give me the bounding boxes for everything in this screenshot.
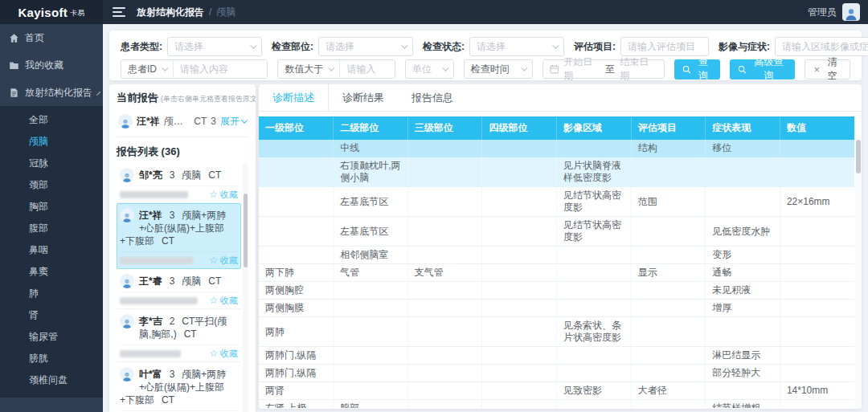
table-cell[interactable]	[557, 264, 632, 282]
table-cell[interactable]	[334, 365, 408, 382]
table-cell[interactable]: 见片状脑脊液样低密度影	[557, 157, 632, 187]
expand-toggle[interactable]: 展开	[220, 115, 247, 128]
table-cell[interactable]	[557, 247, 632, 264]
table-cell[interactable]	[482, 300, 557, 317]
table-cell[interactable]: 右顶颞枕叶,两侧小脑	[334, 157, 408, 187]
table-cell[interactable]: 结节样增粗	[706, 400, 780, 409]
table-cell[interactable]	[482, 264, 557, 282]
table-cell[interactable]	[780, 347, 854, 365]
clear-button[interactable]: × 清空	[805, 59, 850, 80]
table-cell[interactable]: 中线	[334, 140, 408, 157]
table-cell[interactable]	[557, 365, 632, 382]
table-cell[interactable]	[631, 300, 706, 317]
unit-select[interactable]: 单位	[405, 59, 454, 79]
table-cell[interactable]: 两肺	[259, 317, 334, 347]
table-cell[interactable]	[706, 157, 780, 187]
table-cell[interactable]: 通畅	[706, 264, 780, 282]
breadcrumb-root[interactable]: 放射结构化报告	[137, 6, 204, 19]
table-cell[interactable]	[557, 300, 632, 317]
table-cell[interactable]	[631, 317, 706, 347]
table-cell[interactable]: 未见积液	[706, 282, 780, 300]
sidebar-subitem[interactable]: 鼻咽	[0, 239, 103, 261]
table-cell[interactable]: 见致密影	[557, 382, 632, 400]
table-cell[interactable]	[631, 400, 706, 409]
sidebar-subitem[interactable]: 肾	[0, 304, 103, 326]
table-cell[interactable]	[407, 187, 482, 217]
table-cell[interactable]	[334, 382, 408, 400]
table-cell[interactable]	[631, 247, 706, 264]
table-cell[interactable]	[259, 187, 334, 217]
table-cell[interactable]	[407, 140, 482, 157]
sidebar-subitem[interactable]: 腹部	[0, 218, 103, 239]
table-cell[interactable]: 结构	[631, 140, 706, 157]
table-cell[interactable]	[482, 382, 557, 400]
table-cell[interactable]	[780, 282, 854, 300]
sidebar-subitem[interactable]: 冠脉	[0, 153, 103, 174]
table-cell[interactable]: 变形	[706, 247, 780, 264]
sidebar-subitem[interactable]: 全部	[0, 109, 103, 131]
table-cell[interactable]: 见条索状、条片状高密度影	[557, 317, 632, 347]
table-cell[interactable]	[259, 217, 334, 247]
table-cell[interactable]: 两侧胸膜	[259, 300, 334, 317]
table-cell[interactable]	[482, 317, 557, 347]
favorite-button[interactable]: ☆收藏	[209, 348, 238, 360]
sidebar-subitem[interactable]: 输尿管	[0, 326, 103, 348]
table-cell[interactable]	[482, 247, 557, 264]
table-cell[interactable]: 见结节状高密度影	[557, 217, 632, 247]
table-cell[interactable]: 淋巴结显示	[706, 347, 780, 365]
table-cell[interactable]: 大者径	[631, 382, 706, 400]
table-cell[interactable]: 两肺门,纵隔	[259, 365, 334, 382]
table-cell[interactable]	[557, 140, 632, 157]
search-button[interactable]: 查询	[674, 59, 721, 80]
table-cell[interactable]	[631, 157, 706, 187]
patient-id-select[interactable]: 患者ID	[121, 60, 174, 78]
report-list-item[interactable]: 汪*祥3颅脑+两肺+心脏(纵隔)+上腹部+下腹部CT☆收藏	[117, 203, 241, 269]
table-cell[interactable]: 增厚	[706, 300, 780, 317]
sidebar-subitem[interactable]: 肺	[0, 283, 103, 304]
table-cell[interactable]: 两肺门,纵隔	[259, 347, 334, 365]
table-cell[interactable]: 22×16mm	[780, 187, 854, 217]
table-cell[interactable]	[780, 365, 854, 382]
table-cell[interactable]	[780, 300, 854, 317]
table-cell[interactable]: 支气管	[407, 264, 482, 282]
table-cell[interactable]	[631, 365, 706, 382]
table-cell[interactable]: 腺部	[334, 400, 408, 409]
sidebar-subitem[interactable]: 颈部	[0, 174, 103, 196]
table-cell[interactable]: 两下肺	[259, 264, 334, 282]
tab-诊断描述[interactable]: 诊断描述	[259, 84, 329, 111]
patient-type-select[interactable]: 请选择	[167, 37, 262, 56]
image-symptom-input[interactable]	[775, 37, 868, 56]
table-cell[interactable]	[482, 157, 557, 187]
table-cell[interactable]	[631, 217, 706, 247]
table-cell[interactable]	[780, 247, 854, 264]
table-cell[interactable]	[557, 347, 632, 365]
table-cell[interactable]	[407, 347, 482, 365]
table-cell[interactable]: 移位	[706, 140, 780, 157]
sidebar-subitem[interactable]: 膀胱	[0, 348, 103, 369]
table-cell[interactable]: 显示	[631, 264, 706, 282]
table-cell[interactable]	[780, 157, 854, 187]
table-cell[interactable]	[407, 382, 482, 400]
table-cell[interactable]: 14*10mm	[780, 382, 854, 400]
sidebar-item-favorites[interactable]: 我的收藏	[0, 51, 103, 79]
report-list-item[interactable]: 邹*亮3颅脑CT☆收藏	[117, 163, 241, 203]
table-cell[interactable]	[259, 157, 334, 187]
favorite-button[interactable]: ☆收藏	[209, 255, 238, 267]
table-cell[interactable]	[482, 347, 557, 365]
scrollbar-thumb[interactable]	[856, 140, 861, 173]
table-cell[interactable]	[407, 217, 482, 247]
table-cell[interactable]	[407, 282, 482, 300]
table-cell[interactable]	[259, 247, 334, 264]
sidebar-subitem[interactable]: 鼻窦	[0, 261, 103, 283]
table-cell[interactable]	[706, 317, 780, 347]
table-cell[interactable]	[482, 400, 557, 409]
table-cell[interactable]	[334, 282, 408, 300]
sidebar-item-home[interactable]: 首页	[0, 24, 103, 51]
collapse-menu-icon[interactable]	[113, 7, 125, 17]
scrollbar-thumb[interactable]	[244, 194, 248, 267]
numeric-compare-select[interactable]: 数值大于	[278, 60, 340, 78]
table-cell[interactable]	[780, 140, 854, 157]
table-cell[interactable]	[334, 347, 408, 365]
tab-报告信息[interactable]: 报告信息	[398, 84, 467, 111]
table-cell[interactable]	[407, 365, 482, 382]
